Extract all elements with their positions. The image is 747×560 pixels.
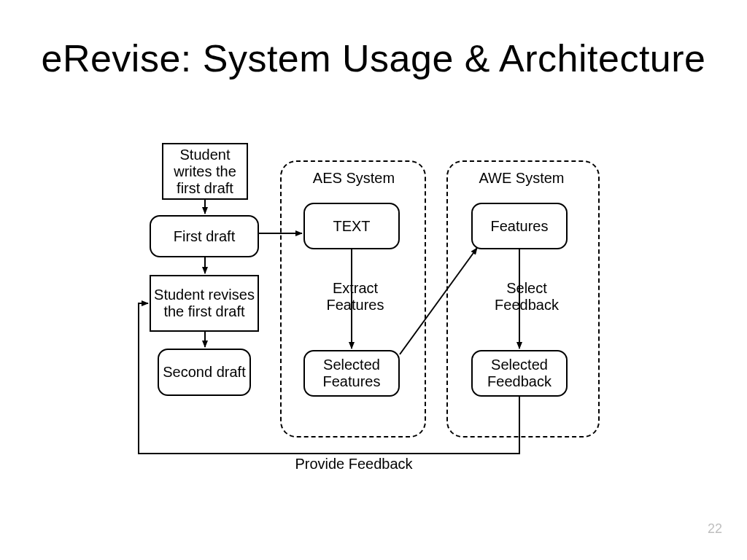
second-draft-box: Second draft — [158, 349, 251, 396]
aes-system-label: AES System — [299, 170, 409, 187]
student-revises-box: Student revises the first draft — [150, 275, 259, 332]
selected-feedback-box: Selected Feedback — [471, 350, 568, 397]
provide-feedback-label: Provide Feedback — [292, 456, 416, 472]
select-feedback-label: Select Feedback — [490, 280, 563, 314]
awe-system-label: AWE System — [467, 170, 576, 187]
page-number: 22 — [708, 521, 722, 537]
extract-features-label: Extract Features — [322, 280, 388, 314]
first-draft-box: First draft — [150, 215, 259, 257]
student-writes-box: Student writes the first draft — [162, 143, 248, 200]
features-box: Features — [471, 203, 568, 249]
slide-title: eRevise: System Usage & Architecture — [0, 36, 747, 80]
selected-features-box: Selected Features — [303, 350, 400, 397]
text-box: TEXT — [303, 203, 400, 249]
slide: eRevise: System Usage & Architecture AES… — [0, 0, 747, 560]
